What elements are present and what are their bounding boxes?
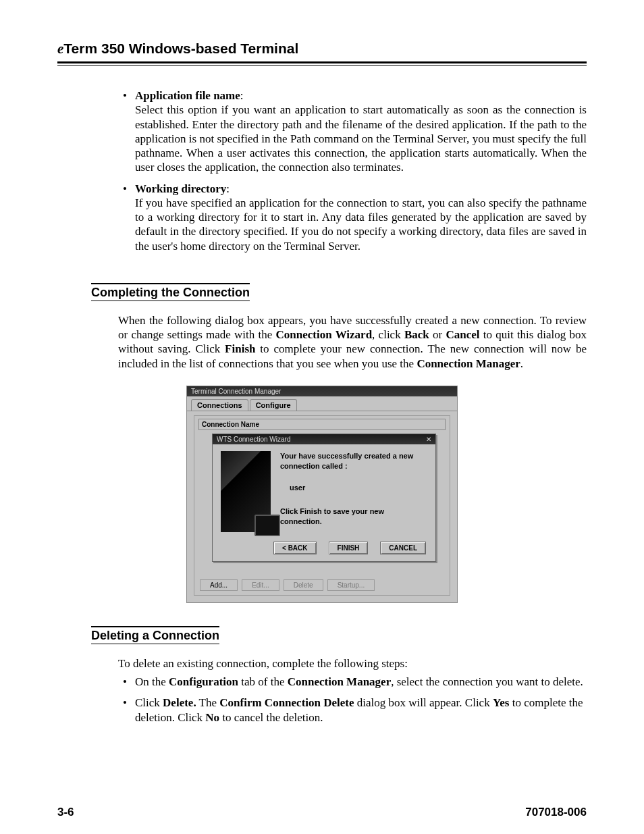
section1-paragraph: When the following dialog box appears, y… <box>118 313 587 371</box>
bullet-icon: • <box>123 696 127 710</box>
back-button[interactable]: < BACK <box>273 542 317 554</box>
list-item: • Click Delete. The Confirm Connection D… <box>135 696 587 725</box>
manager-panel: Connection Name WTS Connection Wizard ✕ … <box>194 415 450 596</box>
add-button[interactable]: Add... <box>200 579 238 591</box>
option-list: • Application file name: Select this opt… <box>135 88 587 253</box>
list-item: • Working directory: If you have specifi… <box>135 182 587 253</box>
rule-thin <box>57 65 587 66</box>
computer-icon <box>221 451 271 532</box>
section2-intro: To delete an existing connection, comple… <box>118 656 587 671</box>
finish-button[interactable]: FINISH <box>329 542 369 554</box>
window-title: Terminal Connection Manager <box>187 386 457 396</box>
document-number: 707018-006 <box>525 806 587 819</box>
wizard-message-2: Click Finish to save your new connection… <box>280 506 427 527</box>
dialog-screenshot: Terminal Connection Manager Connections … <box>186 386 458 603</box>
header-prefix: e <box>57 41 63 57</box>
bullet-icon: • <box>123 182 127 196</box>
list-item: • On the Configuration tab of the Connec… <box>135 675 587 689</box>
option-term: Application file name <box>135 89 240 102</box>
close-icon[interactable]: ✕ <box>426 436 431 443</box>
tab-connections[interactable]: Connections <box>191 399 248 411</box>
col-connection-name: Connection Name <box>202 421 259 428</box>
option-body: If you have specified an application for… <box>135 196 587 253</box>
wizard-title: WTS Connection Wizard <box>217 436 290 443</box>
list-item: • Application file name: Select this opt… <box>135 88 587 175</box>
section-heading-completing: Completing the Connection <box>91 283 250 301</box>
wizard-message-1: Your have successfully created a new con… <box>280 451 427 471</box>
tab-configure[interactable]: Configure <box>250 399 297 411</box>
bullet-icon: • <box>123 88 127 103</box>
wizard-dialog: WTS Connection Wizard ✕ Your have succes… <box>212 434 436 562</box>
cancel-button[interactable]: CANCEL <box>380 542 426 554</box>
bullet-icon: • <box>123 675 127 689</box>
option-body: Select this option if you want an applic… <box>135 103 587 174</box>
startup-button[interactable]: Startup... <box>327 579 375 591</box>
edit-button[interactable]: Edit... <box>242 579 279 591</box>
wizard-connection-name: user <box>290 483 427 493</box>
page-footer: 3-6 707018-006 <box>57 806 587 819</box>
delete-button[interactable]: Delete <box>284 579 323 591</box>
rule-thick <box>57 61 587 63</box>
tab-strip: Connections Configure <box>187 396 457 411</box>
running-head: eTerm 350 Windows-based Terminal <box>57 41 587 60</box>
page-number: 3-6 <box>57 806 74 819</box>
section2-body: To delete an existing connection, comple… <box>118 656 587 725</box>
section-heading-deleting: Deleting a Connection <box>91 626 219 644</box>
list-header: Connection Name <box>198 419 446 430</box>
header-title: Term 350 Windows-based Terminal <box>63 41 298 56</box>
option-term: Working directory <box>135 182 226 195</box>
